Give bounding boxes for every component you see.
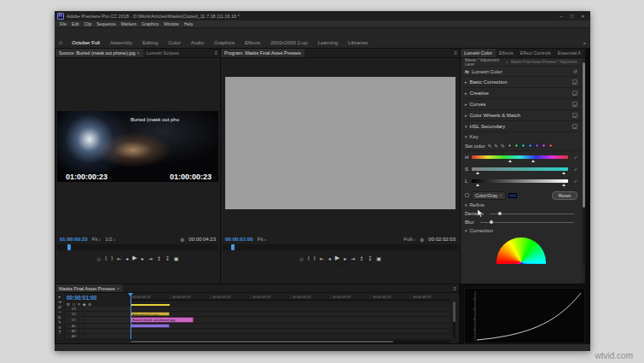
chevron-right-icon[interactable]: ▸ (465, 79, 467, 85)
clip-buried-jpg[interactable]: Buried (mask out phone).jpg (131, 317, 194, 323)
track-mute-toggle[interactable] (78, 330, 80, 332)
source-zoom-select[interactable]: Fit∨ (92, 237, 102, 242)
minimize-button[interactable]: – (560, 14, 563, 19)
lumetri-section-color-wheels[interactable]: ▸ Color Wheels & Match ✓ (461, 110, 582, 121)
section-enabled-checkbox[interactable]: ✓ (572, 79, 577, 85)
add-marker-icon[interactable]: ◇ (299, 255, 304, 261)
menu-window[interactable]: Window (164, 21, 179, 26)
workspace-tab-editing[interactable]: Editing (137, 40, 163, 45)
mark-out-icon[interactable]: } (314, 255, 316, 261)
workspace-overflow-icon[interactable]: » (583, 40, 586, 45)
track-target-toggle[interactable] (82, 319, 84, 321)
ripple-edit-tool-icon[interactable]: ⇄ (58, 305, 61, 309)
tab-source-clip[interactable]: Source: Buried (mask out phone).jpg × (55, 49, 143, 57)
settings-gear-icon[interactable]: ⚙ (180, 237, 184, 243)
hand-tool-icon[interactable]: ⊙ (58, 325, 61, 330)
section-enabled-checkbox[interactable]: ✓ (572, 102, 577, 107)
program-zoom-select[interactable]: Fit∨ (258, 237, 267, 242)
workspace-tab-october-full[interactable]: October Full (67, 40, 105, 45)
eyedropper-remove-icon[interactable]: ✎ (501, 143, 505, 149)
pen-tool-icon[interactable]: ✎ (58, 320, 61, 325)
track-lane-a3[interactable] (131, 334, 450, 339)
export-frame-icon[interactable]: ▣ (376, 255, 381, 261)
tab-close-icon[interactable]: × (137, 50, 140, 56)
slider-handle[interactable] (531, 160, 535, 162)
tab-program[interactable]: Program: Masks Final Asset Presses (221, 49, 305, 57)
track-header-v1[interactable]: V1 (66, 317, 131, 324)
eyedropper-icon[interactable]: ✎ (488, 143, 492, 149)
panel-grip[interactable]: ··· (337, 268, 345, 273)
play-icon[interactable]: ▶ (335, 255, 339, 261)
mark-in-icon[interactable]: { (308, 255, 310, 261)
menu-file[interactable]: File (60, 21, 67, 26)
add-marker-icon[interactable]: ◇ (97, 255, 102, 261)
master-clip-selector[interactable]: Master * Adjustment Layer (465, 58, 503, 67)
program-resolution-select[interactable]: Full∨ (403, 237, 415, 242)
mark-in-icon[interactable]: { (105, 255, 107, 261)
tab-lumetri-color[interactable]: Lumetri Color (461, 49, 496, 57)
workspace-tab-learning[interactable]: Learning (313, 40, 343, 45)
blur-slider[interactable] (480, 222, 574, 223)
lift-icon[interactable]: ↥ (359, 255, 363, 261)
slider-handle[interactable] (476, 184, 479, 186)
eyedropper-add-icon[interactable]: ✎ (494, 143, 498, 149)
workspace-tab-libraries[interactable]: Libraries (343, 40, 373, 45)
tab-lumetri-scopes[interactable]: Lumetri Scopes (143, 49, 183, 57)
source-resolution-select[interactable]: 1/2∨ (105, 237, 115, 242)
step-back-icon[interactable]: ◂ (125, 255, 128, 261)
type-tool-icon[interactable]: T (59, 331, 61, 335)
scrollbar-thumb[interactable] (583, 62, 585, 208)
track-header-a3[interactable]: A3 (66, 334, 131, 339)
luma-check-icon[interactable]: ✓ (571, 179, 577, 184)
key-swatch-red[interactable] (548, 143, 553, 148)
denoise-slider[interactable] (490, 214, 574, 214)
step-forward-icon[interactable]: ▸ (344, 255, 346, 261)
slider-knob[interactable] (498, 212, 502, 215)
go-to-in-icon[interactable]: ⇤ (320, 255, 324, 261)
go-to-out-icon[interactable]: ⇥ (148, 255, 153, 261)
chevron-right-icon[interactable]: ▸ (465, 91, 467, 96)
timeline-playhead-caret[interactable] (128, 293, 133, 296)
slip-tool-icon[interactable]: ⇆ (58, 315, 61, 319)
timeline-playhead[interactable] (131, 293, 131, 339)
key-swatch-green[interactable] (514, 143, 519, 148)
go-to-out-icon[interactable]: ⇥ (351, 255, 355, 261)
key-swatch-teal[interactable] (521, 143, 525, 148)
key-swatch-blue[interactable] (528, 143, 532, 148)
hsl-refine-header[interactable]: ▾ Refine (461, 201, 582, 209)
lumetri-section-creative[interactable]: ▸ Creative ✓ (461, 88, 582, 99)
track-lock-toggle[interactable] (67, 325, 70, 327)
saturation-slider[interactable] (472, 167, 568, 171)
workspace-tab-color[interactable]: Color (163, 40, 185, 45)
workspace-tab-graphics[interactable]: Graphics (209, 40, 240, 45)
panel-menu-icon[interactable]: ≡ (212, 50, 220, 56)
color-gray-dropdown[interactable]: Color/Gray ∨ (472, 191, 506, 200)
export-frame-icon[interactable]: ▣ (174, 255, 179, 261)
panel-grip[interactable]: ··· (134, 268, 142, 273)
timeline-horizontal-scrollbar[interactable] (131, 340, 450, 343)
track-visibility-toggle[interactable] (78, 319, 80, 321)
lumetri-scrollbar[interactable] (583, 61, 585, 266)
source-scrubber[interactable] (57, 244, 218, 250)
source-video-frame[interactable]: Buried (mask out pho 01:00:00:23 01:00:0… (57, 111, 218, 182)
section-enabled-checkbox[interactable]: ✓ (572, 91, 577, 96)
timeline-ruler[interactable]: 00:00:04:23 00:00:09:23 00:00:14:23 00:0… (131, 293, 450, 301)
track-solo-toggle[interactable] (82, 325, 84, 327)
track-visibility-toggle[interactable] (78, 313, 80, 315)
lumetri-section-hsl-secondary[interactable]: ▾ HSL Secondary ✓ (461, 121, 582, 132)
chevron-right-icon[interactable]: ▸ (465, 113, 467, 118)
step-forward-icon[interactable]: ▸ (142, 255, 144, 261)
track-lock-toggle[interactable] (67, 313, 70, 315)
menu-clip[interactable]: Clip (84, 21, 92, 26)
timeline-vertical-scrollbar[interactable] (453, 302, 455, 338)
selection-tool-icon[interactable]: ▸ (59, 295, 61, 299)
menu-markers[interactable]: Markers (121, 21, 136, 26)
workspace-tab-2up[interactable]: 2002x2003 2-up (265, 40, 312, 45)
slider-handle[interactable] (476, 172, 479, 174)
key-swatch-magenta[interactable] (542, 143, 546, 148)
track-visibility-toggle[interactable] (78, 307, 80, 310)
hue-check-icon[interactable]: ✓ (571, 155, 577, 160)
slider-handle[interactable] (562, 184, 566, 186)
slider-handle[interactable] (508, 160, 512, 162)
track-lock-toggle[interactable] (67, 319, 70, 321)
